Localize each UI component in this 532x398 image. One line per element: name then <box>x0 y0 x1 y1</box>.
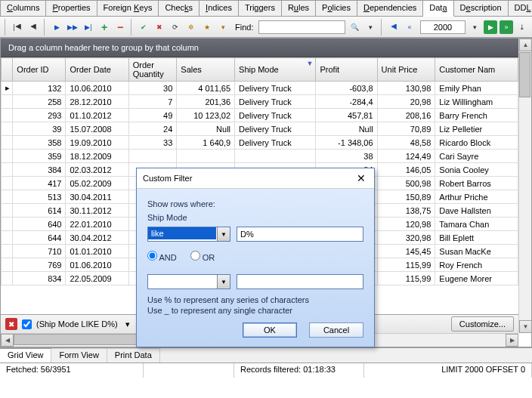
bottom-tab-print-data[interactable]: Print Data <box>107 348 160 363</box>
scroll-thumb[interactable] <box>519 52 530 97</box>
refresh-icon[interactable]: ⟳ <box>169 20 182 34</box>
find-input[interactable] <box>258 20 345 34</box>
cell[interactable]: 01.10.2012 <box>66 109 128 122</box>
operator1-combo[interactable]: like ▼ <box>147 227 230 242</box>
cell[interactable]: 20,98 <box>377 95 435 109</box>
bottom-tab-grid-view[interactable]: Grid View <box>0 348 51 363</box>
nav-first-icon[interactable]: |⯇ <box>11 20 24 34</box>
cell[interactable]: 19.09.2010 <box>66 136 128 150</box>
cell[interactable]: Barry French <box>435 109 518 122</box>
cell[interactable]: Eugene Morer <box>435 272 518 285</box>
cell[interactable]: Ricardo Block <box>435 136 518 150</box>
column-header[interactable]: Sales <box>177 58 235 82</box>
tab-triggers[interactable]: Triggers <box>239 0 282 16</box>
scroll-down-icon[interactable]: ▼ <box>519 320 532 333</box>
operator2-combo[interactable]: ▼ <box>147 274 230 289</box>
cell[interactable]: 417 <box>13 177 66 190</box>
cell[interactable]: 384 <box>13 163 66 177</box>
cell[interactable]: 769 <box>13 258 66 272</box>
cell[interactable]: 24 <box>128 122 177 136</box>
customize-button[interactable]: Customize... <box>451 316 514 332</box>
cell[interactable]: Susan MacKe <box>435 245 518 258</box>
cell[interactable]: Emily Phan <box>435 82 518 95</box>
column-header[interactable]: Unit Price <box>377 58 435 82</box>
nav-last-icon[interactable]: ▶| <box>82 20 95 34</box>
cell[interactable]: 145,45 <box>377 245 435 258</box>
cell[interactable]: Null <box>316 122 377 136</box>
cell[interactable]: 130,98 <box>377 82 435 95</box>
chevron-down-icon[interactable]: ▼ <box>217 227 230 241</box>
cell[interactable]: 22.05.2009 <box>66 272 128 285</box>
cell[interactable]: 10.06.2010 <box>66 82 128 95</box>
filter-enable-checkbox[interactable] <box>22 319 32 329</box>
cell[interactable]: 48,58 <box>377 136 435 150</box>
page-prev-icon[interactable]: ⯇ <box>387 20 401 34</box>
cell[interactable]: 30 <box>128 82 177 95</box>
cell[interactable]: Tamara Chan <box>435 218 518 231</box>
cell[interactable]: 28.12.2010 <box>66 95 128 109</box>
cell[interactable]: 146,05 <box>377 163 435 177</box>
scroll-right-icon[interactable]: ▶ <box>506 334 518 347</box>
cell[interactable] <box>128 150 177 163</box>
dialog-close-icon[interactable]: ✕ <box>354 172 368 184</box>
find-dropdown-icon[interactable]: ▾ <box>363 20 377 34</box>
tab-foreign-keys[interactable]: Foreign Keys <box>97 0 159 16</box>
cell[interactable]: 201,36 <box>177 95 235 109</box>
table-row[interactable]: 25828.12.20107201,36Delivery Truck-284,4… <box>2 95 518 109</box>
page-go-icon[interactable]: ▶ <box>484 20 497 34</box>
column-header[interactable]: Customer Nam <box>435 58 518 82</box>
and-radio[interactable]: AND <box>147 251 177 262</box>
filter-icon[interactable]: ✲ <box>184 20 198 34</box>
find-next-icon[interactable]: 🔍 <box>348 20 361 34</box>
cell[interactable]: 33 <box>128 136 177 150</box>
cell[interactable]: Delivery Truck <box>235 122 316 136</box>
tab-checks[interactable]: Checks <box>159 0 200 16</box>
cell[interactable]: 18.12.2009 <box>66 150 128 163</box>
page-dropdown-icon[interactable]: ▾ <box>468 20 481 34</box>
cell[interactable]: 258 <box>13 95 66 109</box>
cell[interactable]: 834 <box>13 272 66 285</box>
cell[interactable]: 01.06.2010 <box>66 258 128 272</box>
cell[interactable]: 7 <box>128 95 177 109</box>
cell[interactable]: 115,99 <box>377 258 435 272</box>
cell[interactable]: 10 123,02 <box>177 109 235 122</box>
cell[interactable]: 710 <box>13 245 66 258</box>
cell[interactable]: Arthur Priche <box>435 190 518 204</box>
ok-button[interactable]: OK <box>243 322 297 338</box>
tab-dependencies[interactable]: Dependencies <box>357 0 423 16</box>
cell[interactable]: 38 <box>316 150 377 163</box>
cell[interactable]: 132 <box>13 82 66 95</box>
tab-properties[interactable]: Properties <box>46 0 97 16</box>
cell[interactable]: 39 <box>13 122 66 136</box>
cancel-button[interactable]: Cancel <box>309 322 363 338</box>
cell[interactable]: 22.01.2010 <box>66 218 128 231</box>
cell[interactable]: Null <box>177 122 235 136</box>
cell[interactable]: 120,98 <box>377 218 435 231</box>
cell[interactable]: 30.04.2012 <box>66 231 128 245</box>
vertical-scrollbar[interactable]: ▲ ▼ <box>518 39 531 333</box>
column-header[interactable]: Ship Mode▼ <box>235 58 316 82</box>
cell[interactable] <box>177 150 235 163</box>
cell[interactable]: 293 <box>13 109 66 122</box>
cell[interactable]: 05.02.2009 <box>66 177 128 190</box>
cell[interactable]: 457,81 <box>316 109 377 122</box>
cell[interactable]: 30.04.2011 <box>66 190 128 204</box>
cell[interactable]: 513 <box>13 190 66 204</box>
cell[interactable]: 138,75 <box>377 204 435 218</box>
table-row[interactable]: 3915.07.200824NullDelivery TruckNull70,8… <box>2 122 518 136</box>
nav-prev-icon[interactable]: ⯇ <box>26 20 40 34</box>
cell[interactable]: Delivery Truck <box>235 95 316 109</box>
cancel-icon[interactable]: ✖ <box>153 20 166 34</box>
add-row-icon[interactable]: + <box>97 20 111 34</box>
column-header[interactable]: Order Quantity <box>128 58 177 82</box>
filter-close-button[interactable]: ✖ <box>5 318 17 330</box>
cell[interactable]: 1 640,9 <box>177 136 235 150</box>
commit-icon[interactable]: ✔ <box>137 20 150 34</box>
cell[interactable]: Sonia Cooley <box>435 163 518 177</box>
nav-play-icon[interactable]: ▶ <box>50 20 63 34</box>
cell[interactable]: Dave Hallsten <box>435 204 518 218</box>
value1-input[interactable] <box>237 227 363 242</box>
filter-indicator-icon[interactable]: ▼ <box>307 60 314 67</box>
cell[interactable]: 01.01.2010 <box>66 245 128 258</box>
cell[interactable]: 208,16 <box>377 109 435 122</box>
